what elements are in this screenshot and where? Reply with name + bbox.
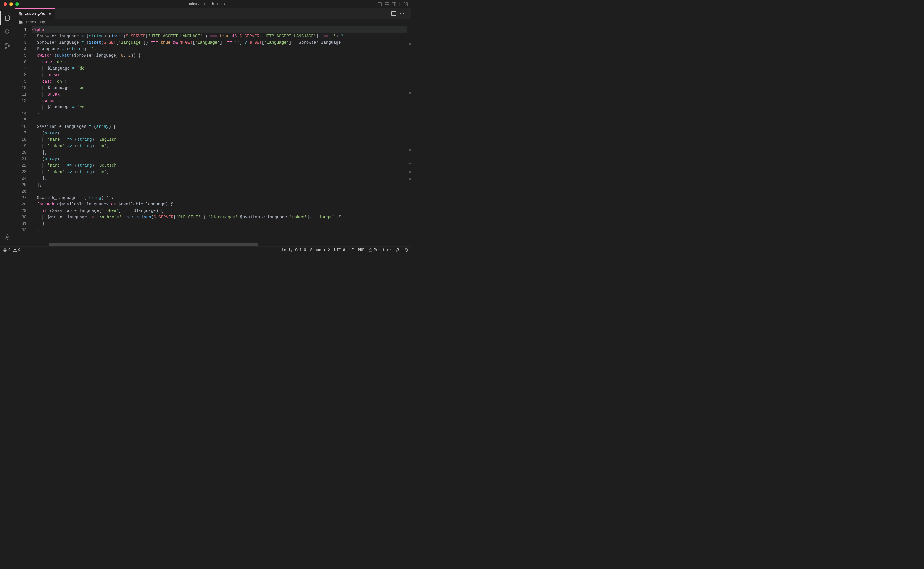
horizontal-scrollbar[interactable]: [49, 243, 258, 246]
window-minimize-button[interactable]: [9, 2, 13, 6]
breadcrumb-label: index.php: [25, 20, 45, 24]
editor-actions: ···: [388, 8, 412, 19]
status-indentation[interactable]: Spaces: 2: [310, 248, 330, 252]
svg-rect-4: [392, 2, 396, 6]
window-title: index.php — htdocs: [187, 2, 225, 6]
main-container: 🐘 index.php ✕ ··· 🐘 index.php 1234567891…: [0, 8, 412, 246]
more-actions-icon[interactable]: ···: [400, 11, 408, 16]
title-bar: index.php — htdocs |: [0, 0, 412, 8]
svg-rect-0: [378, 2, 382, 6]
svg-point-12: [5, 47, 7, 49]
status-eol[interactable]: LF: [349, 248, 354, 252]
minimap[interactable]: [407, 26, 412, 246]
svg-rect-2: [385, 2, 389, 6]
breadcrumb[interactable]: 🐘 index.php: [15, 19, 412, 26]
svg-point-13: [8, 45, 10, 47]
layout-controls: |: [377, 2, 412, 6]
tab-index-php[interactable]: 🐘 index.php ✕: [15, 8, 55, 19]
status-encoding[interactable]: UTF-8: [334, 248, 345, 252]
svg-line-10: [9, 33, 10, 35]
toggle-panel-icon[interactable]: [384, 2, 389, 6]
svg-point-11: [5, 43, 7, 45]
window-maximize-button[interactable]: [15, 2, 19, 6]
status-feedback[interactable]: [395, 248, 400, 252]
tab-close-icon[interactable]: ✕: [49, 11, 51, 16]
traffic-lights: [0, 2, 19, 6]
tab-label: index.php: [25, 11, 45, 16]
svg-point-24: [397, 248, 398, 250]
code-content[interactable]: <?php $browser_language = (string) (isse…: [32, 26, 412, 246]
svg-line-23: [369, 249, 371, 251]
activity-bar: [0, 8, 15, 246]
svg-rect-8: [406, 5, 407, 6]
status-language-mode[interactable]: PHP: [358, 248, 365, 252]
code-editor[interactable]: 1234567891011121314151617181920212223242…: [15, 26, 412, 246]
svg-rect-6: [404, 2, 405, 6]
activity-settings[interactable]: [0, 230, 15, 244]
activity-source-control[interactable]: [0, 39, 15, 53]
php-file-icon: 🐘: [18, 11, 23, 16]
line-number-gutter: 1234567891011121314151617181920212223242…: [15, 26, 32, 246]
svg-point-14: [6, 236, 8, 238]
php-file-icon: 🐘: [19, 20, 23, 25]
svg-point-9: [5, 30, 9, 33]
activity-explorer[interactable]: [0, 11, 15, 25]
split-editor-icon[interactable]: [391, 11, 397, 16]
status-cursor-position[interactable]: Ln 1, Col 6: [282, 248, 306, 252]
status-notifications[interactable]: [404, 248, 409, 252]
status-problems[interactable]: 0 0: [3, 248, 20, 252]
svg-rect-7: [406, 2, 407, 4]
status-bar: 0 0 Ln 1, Col 6 Spaces: 2 UTF-8 LF PHP P…: [0, 246, 412, 253]
tab-bar: 🐘 index.php ✕ ···: [15, 8, 412, 19]
customize-layout-icon[interactable]: [403, 2, 408, 6]
toggle-primary-sidebar-icon[interactable]: [377, 2, 382, 6]
window-close-button[interactable]: [3, 2, 7, 6]
activity-search[interactable]: [0, 25, 15, 39]
editor-area: 🐘 index.php ✕ ··· 🐘 index.php 1234567891…: [15, 8, 412, 246]
status-prettier[interactable]: Prettier: [369, 248, 392, 252]
toggle-secondary-sidebar-icon[interactable]: [392, 2, 396, 6]
